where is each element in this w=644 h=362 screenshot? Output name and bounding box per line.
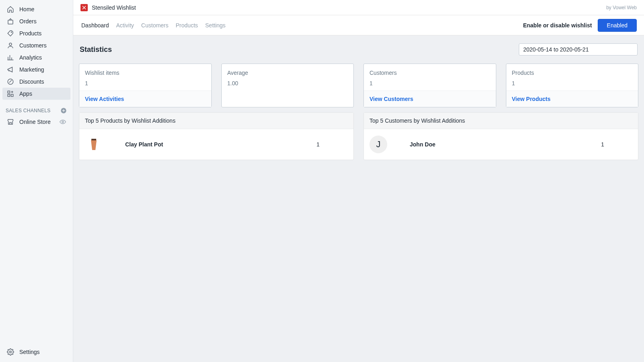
svg-rect-5 — [11, 95, 13, 97]
tab-products[interactable]: Products — [175, 17, 199, 34]
channels-list: Online Store — [0, 116, 73, 128]
stat-card-average: Average 1.00 — [221, 64, 354, 107]
nav-list: Home Orders Products Customers — [0, 3, 73, 100]
sidebar-item-customers[interactable]: Customers — [2, 39, 70, 51]
table-row[interactable]: J John Doe 1 — [364, 129, 638, 160]
gear-icon — [6, 348, 14, 356]
svg-point-9 — [10, 351, 12, 353]
tab-customers[interactable]: Customers — [140, 17, 169, 34]
sidebar-item-products[interactable]: Products — [2, 27, 70, 39]
products-icon — [6, 29, 14, 37]
sidebar-item-label: Marketing — [19, 66, 44, 73]
sidebar-item-home[interactable]: Home — [2, 3, 70, 15]
stat-label: Customers — [369, 70, 490, 76]
marketing-icon — [6, 66, 14, 74]
stat-card-customers: Customers 1 View Customers — [363, 64, 496, 107]
orders-icon — [6, 17, 14, 25]
avatar: J — [369, 136, 387, 153]
top-products-panel: Top 5 Products by Wishlist Additions Cla… — [79, 112, 354, 160]
preview-store-icon[interactable] — [59, 118, 66, 125]
customer-count: 1 — [601, 141, 632, 148]
app-title: Stensiled Wishlist — [92, 4, 136, 11]
stat-value: 1 — [85, 80, 206, 86]
sidebar-bottom: Settings — [0, 346, 73, 362]
panel-header: Top 5 Products by Wishlist Additions — [79, 113, 353, 129]
stat-card-products: Products 1 View Products — [506, 64, 639, 107]
sidebar-item-label: Discounts — [19, 78, 44, 85]
sidebar-item-analytics[interactable]: Analytics — [2, 51, 70, 64]
toggle-label: Enable or disable wishlist — [523, 22, 592, 29]
customers-icon — [6, 41, 14, 49]
tab-activity[interactable]: Activity — [116, 17, 135, 34]
stat-label: Average — [227, 70, 348, 76]
sidebar-item-orders[interactable]: Orders — [2, 15, 70, 27]
sidebar-item-discounts[interactable]: Discounts — [2, 76, 70, 88]
stat-label: Products — [512, 70, 633, 76]
tabs-bar: Dashboard Activity Customers Products Se… — [73, 15, 644, 35]
svg-rect-4 — [8, 91, 10, 93]
stats-header: Statistics — [79, 42, 638, 64]
stat-card-wishlist-items: Wishlist items 1 View Activities — [79, 64, 212, 107]
sidebar-item-online-store[interactable]: Online Store — [2, 116, 70, 128]
svg-point-8 — [62, 121, 64, 123]
panel-header: Top 5 Customers by Wishlist Additions — [364, 113, 638, 129]
add-channel-icon[interactable] — [60, 107, 67, 114]
home-icon — [6, 5, 14, 13]
tabs: Dashboard Activity Customers Products Se… — [80, 17, 226, 34]
product-thumb-icon — [85, 136, 103, 153]
sidebar-item-label: Products — [19, 30, 41, 37]
sidebar-item-label: Home — [19, 6, 34, 12]
sidebar-item-label: Analytics — [19, 54, 42, 61]
stat-value: 1.00 — [227, 80, 348, 86]
svg-point-2 — [9, 43, 12, 45]
content: Statistics Wishlist items 1 View Activit… — [73, 35, 644, 362]
stat-cards: Wishlist items 1 View Activities Average… — [79, 64, 638, 107]
table-row[interactable]: Clay Plant Pot 1 — [79, 129, 353, 160]
sidebar: Home Orders Products Customers — [0, 0, 73, 362]
sidebar-item-label: Apps — [19, 90, 32, 97]
tables-row: Top 5 Products by Wishlist Additions Cla… — [79, 112, 638, 160]
svg-rect-10 — [91, 139, 96, 140]
store-icon — [6, 118, 14, 126]
customer-name: John Doe — [410, 141, 436, 148]
sidebar-item-label: Orders — [19, 18, 37, 25]
sidebar-item-marketing[interactable]: Marketing — [2, 64, 70, 76]
sidebar-item-settings[interactable]: Settings — [2, 346, 70, 358]
product-name: Clay Plant Pot — [125, 141, 163, 148]
top-customers-panel: Top 5 Customers by Wishlist Additions J … — [363, 112, 638, 160]
stat-value: 1 — [512, 80, 633, 86]
vendor-label: by Vowel Web — [606, 5, 637, 10]
svg-point-1 — [11, 32, 12, 33]
apps-icon — [6, 90, 14, 98]
tab-settings[interactable]: Settings — [204, 17, 227, 34]
sales-channels-header: SALES CHANNELS — [0, 100, 73, 116]
analytics-icon — [6, 53, 14, 62]
svg-rect-0 — [8, 20, 13, 24]
view-products-link[interactable]: View Products — [512, 96, 551, 102]
stat-label: Wishlist items — [85, 70, 206, 76]
app-logo-icon — [80, 4, 88, 11]
view-customers-link[interactable]: View Customers — [369, 96, 413, 102]
stat-value: 1 — [369, 80, 490, 86]
sidebar-item-apps[interactable]: Apps — [2, 88, 70, 100]
sales-channels-label: SALES CHANNELS — [6, 108, 51, 113]
app-header: Stensiled Wishlist by Vowel Web — [73, 0, 644, 15]
svg-rect-6 — [8, 95, 10, 97]
stats-title: Statistics — [80, 45, 112, 54]
sidebar-item-label: Online Store — [19, 119, 51, 125]
tab-dashboard[interactable]: Dashboard — [80, 17, 110, 34]
view-activities-link[interactable]: View Activities — [85, 96, 124, 102]
sidebar-item-label: Settings — [19, 349, 40, 355]
main: Stensiled Wishlist by Vowel Web Dashboar… — [73, 0, 644, 362]
product-count: 1 — [316, 141, 348, 148]
discounts-icon — [6, 78, 14, 86]
enable-button[interactable]: Enabled — [598, 19, 637, 32]
date-range-input[interactable] — [519, 43, 638, 56]
sidebar-item-label: Customers — [19, 42, 47, 49]
